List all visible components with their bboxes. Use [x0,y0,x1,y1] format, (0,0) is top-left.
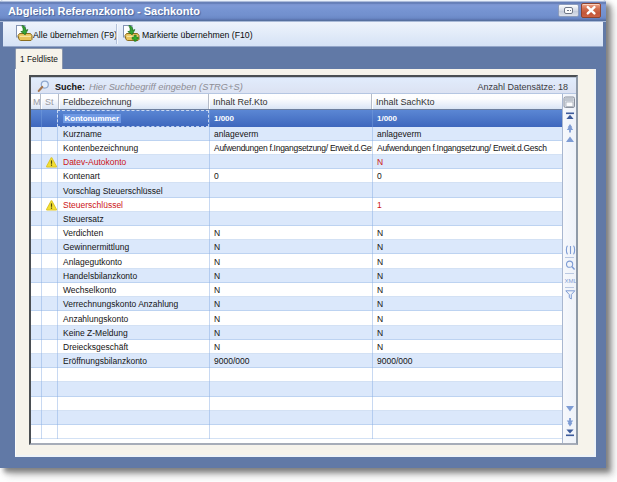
svg-text:XML: XML [565,278,577,284]
